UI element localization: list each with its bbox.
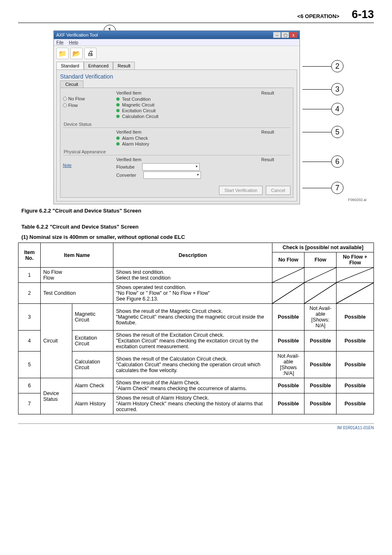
svg-line-0 [272, 268, 304, 282]
table-cell: Excitation Circuit [72, 331, 113, 352]
tab-result[interactable]: Result [113, 62, 135, 69]
callout-2: 2 [331, 60, 344, 72]
page-header: <6 OPERATION> 6-13 [18, 8, 374, 23]
converter-combo[interactable] [143, 171, 201, 179]
table-cell: Not Avail-able[Shows: N/A] [304, 304, 337, 331]
col-result: Result [261, 90, 274, 95]
th-itemname: Item Name [41, 243, 113, 268]
svg-line-2 [337, 268, 374, 282]
status-dot [116, 97, 120, 101]
callout-7: 7 [331, 182, 344, 194]
table-cell: Circuit [41, 304, 72, 378]
radio-noflow[interactable] [63, 97, 67, 101]
table-cell [337, 268, 374, 283]
item-test-condition: Test Condition [122, 97, 151, 102]
app-title: AXF Verification Tool [56, 32, 98, 37]
status-dot [116, 115, 120, 118]
table-cell: Possible [304, 331, 337, 352]
table-cell: Possible [304, 393, 337, 414]
table-cell: Possible [304, 352, 337, 378]
item-flowtube: Flowtube [116, 164, 135, 169]
figure-caption: Figure 6.2.2 "Circuit and Device Status"… [21, 208, 374, 214]
menu-help[interactable]: Help [69, 40, 78, 45]
item-calculation: Calculation Circuit [122, 114, 159, 119]
cancel-button[interactable]: Cancel [266, 186, 291, 195]
table-row: 1No Flow FlowShows test condition. Selec… [18, 268, 374, 283]
svg-line-1 [304, 268, 336, 282]
menubar: File Help [54, 39, 300, 46]
th-both: No Flow + Flow [337, 252, 374, 268]
table-caption: Table 6.2.2 "Circuit and Device Status" … [21, 224, 374, 230]
table-cell: 4 [18, 331, 41, 352]
screenshot-container: 1 AXF Verification Tool – ▢ x File Help … [50, 30, 342, 204]
table-cell: Shows operated test condition. "No Flow"… [113, 283, 272, 304]
close-icon[interactable]: x [290, 32, 297, 38]
table-cell: Possible [272, 304, 304, 331]
menu-file[interactable]: File [56, 40, 64, 45]
table-cell: Possible [337, 393, 374, 414]
status-dot [116, 103, 120, 106]
th-checkspan: Check is [possible/ not available] [272, 243, 374, 252]
callout-5: 5 [331, 126, 344, 138]
table-cell: 5 [18, 352, 41, 378]
th-itemno: Item No. [18, 243, 41, 268]
th-noflow: No Flow [272, 252, 304, 268]
table-cell: Possible [272, 378, 304, 393]
physical-appearance-label: Physical Appearance [64, 149, 291, 154]
table-cell [272, 283, 304, 304]
callout-3: 3 [331, 83, 344, 95]
item-converter: Converter [116, 173, 136, 178]
status-dot [116, 142, 120, 146]
table-cell: 3 [18, 304, 41, 331]
folder-icon-1[interactable]: 📁 [56, 48, 69, 59]
table-cell: Calculation Circuit [72, 352, 113, 378]
start-verification-button[interactable]: Start Verification [219, 186, 263, 195]
table-cell: Shows the result of Alarm History Check.… [113, 393, 272, 414]
flow-radio-group: No Flow Flow [63, 96, 100, 119]
subtab-circuit[interactable]: Circuit [60, 81, 83, 88]
printer-icon[interactable]: 🖨 [84, 48, 97, 59]
table-cell: Shows the result of the Excitation Circu… [113, 331, 272, 352]
radio-flow[interactable] [63, 103, 67, 107]
table-cell [304, 283, 337, 304]
table-subcaption: (1) Nominal size is 400mm or smaller, wi… [21, 234, 374, 240]
status-dot [116, 136, 120, 140]
main-tabs: Standard Enhanced Result [56, 62, 297, 69]
th-description: Description [113, 243, 272, 268]
svg-line-3 [272, 283, 304, 303]
table-cell: Possible [272, 393, 304, 414]
page-footer: IM 01R01A11-01EN [18, 423, 374, 430]
app-window: AXF Verification Tool – ▢ x File Help 📁 … [53, 30, 300, 204]
maximize-icon[interactable]: ▢ [281, 32, 289, 38]
table-cell: Shows the result of the Magnetic Circuit… [113, 304, 272, 331]
table-cell: 1 [18, 268, 41, 283]
note-link[interactable]: Note [63, 163, 71, 168]
status-dot [116, 109, 120, 112]
table-cell: Possible [272, 331, 304, 352]
panel-heading: Standard Verification [60, 73, 293, 80]
table-cell [272, 268, 304, 283]
item-alarm-history: Alarm History [122, 141, 149, 146]
table-cell: Magnetic Circuit [72, 304, 113, 331]
data-table: Item No. Item Name Description Check is … [18, 243, 374, 414]
table-cell: Device Status [41, 378, 72, 414]
flowtube-combo[interactable] [142, 163, 200, 171]
table-cell: Possible [337, 378, 374, 393]
table-row: 6Device StatusAlarm CheckShows the resul… [18, 378, 374, 393]
table-cell: Shows the result of the Calculation Circ… [113, 352, 272, 378]
folder-icon-2[interactable]: 📂 [70, 48, 83, 59]
section-label: <6 OPERATION> [297, 13, 339, 19]
table-cell: Alarm Check [72, 378, 113, 393]
table-row: 3CircuitMagnetic CircuitShows the result… [18, 304, 374, 331]
minimize-icon[interactable]: – [273, 32, 281, 38]
item-excitation: Excitation Circuit [122, 108, 156, 113]
item-magnetic: Magnetic Circuit [122, 102, 154, 107]
figure-file-id: F060202.ai [348, 198, 367, 202]
table-cell: Possible [337, 352, 374, 378]
table-cell: Possible [304, 378, 337, 393]
item-alarm-check: Alarm Check [122, 136, 148, 141]
svg-line-5 [337, 283, 374, 303]
tab-standard[interactable]: Standard [56, 62, 84, 69]
tab-enhanced[interactable]: Enhanced [84, 62, 113, 69]
callout-4: 4 [331, 103, 344, 115]
